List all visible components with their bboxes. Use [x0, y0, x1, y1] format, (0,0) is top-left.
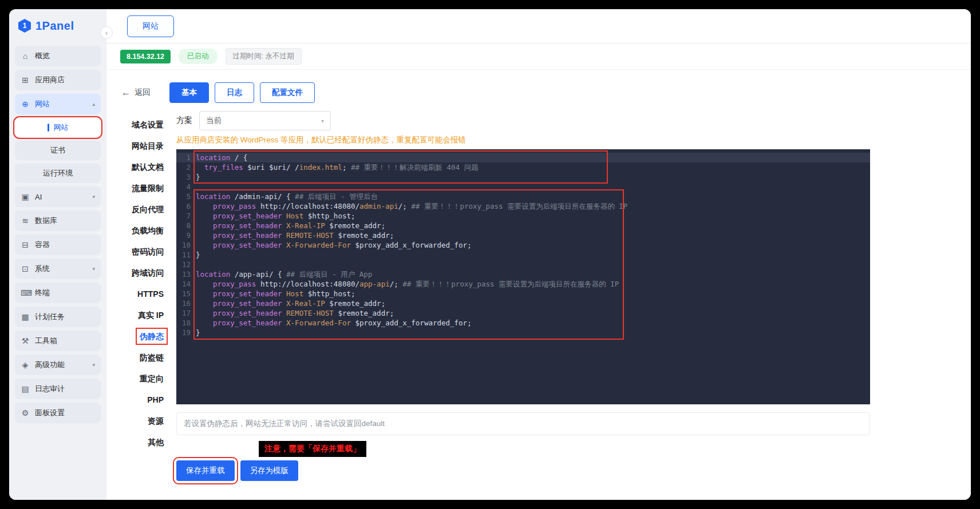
code-line [196, 260, 870, 269]
code-text [196, 163, 204, 172]
line-number: 12 [176, 260, 191, 269]
code-text: / { [230, 153, 247, 162]
submenu-item-10[interactable]: 伪静态 [121, 332, 164, 341]
terminal-icon: ⌨ [21, 288, 30, 297]
sidebar-item-label: 工具箱 [35, 336, 95, 346]
sidebar-item-cron[interactable]: ▦计划任务 [15, 307, 101, 327]
submenu-item-label: HTTPS [137, 289, 164, 299]
sidebar-item-terminal[interactable]: ⌨终端 [15, 283, 101, 303]
code-text [196, 212, 213, 220]
sidebar-collapse-button[interactable]: ‹ [100, 26, 113, 39]
save-as-template-button[interactable]: 另存为模版 [240, 460, 299, 481]
sidebar-item-advanced[interactable]: ◈高级功能▾ [15, 355, 101, 375]
submenu-item-13[interactable]: PHP [121, 395, 164, 404]
code-editor[interactable]: 12345678910111213141516171819 location /… [176, 149, 870, 404]
submenu-item-1[interactable]: 网站目录 [121, 141, 164, 150]
submenu-item-8[interactable]: HTTPS [121, 289, 164, 299]
code-line: proxy_set_header X-Real-IP $remote_addr; [196, 221, 870, 230]
submenu-item-label: 重定向 [140, 374, 164, 383]
submenu-item-5[interactable]: 负载均衡 [121, 226, 164, 235]
code-text: $proxy_add_x_forwarded_for; [351, 241, 472, 249]
sidebar-item-overview[interactable]: ⌂概览 [15, 46, 101, 66]
sidebar-subitem-runtime[interactable]: 运行环境 [15, 164, 101, 183]
code-text [282, 231, 287, 240]
code-comment: ## 后端项目 - 用户 App [286, 270, 372, 279]
view-tab-0[interactable]: 基本 [169, 82, 209, 103]
sidebar-item-settings[interactable]: ⚙面板设置 [15, 403, 101, 423]
code-text [282, 212, 287, 220]
code-text [196, 289, 213, 298]
view-tabs: 基本日志配置文件 [169, 82, 315, 103]
submenu-item-label: 跨域访问 [132, 268, 164, 277]
code-content: location / { try_files $uri $uri/ /index… [196, 153, 870, 404]
line-number: 10 [176, 240, 191, 250]
code-text: $proxy_add_x_forwarded_for; [351, 319, 472, 327]
sidebar-subitem-label: 网站 [54, 122, 69, 133]
sidebar-subitem-label: 运行环境 [43, 168, 73, 178]
view-tab-1[interactable]: 日志 [215, 82, 254, 103]
sidebar-item-website[interactable]: ⊕网站▴ [15, 94, 101, 114]
submenu-item-4[interactable]: 反向代理 [121, 205, 164, 214]
code-line: } [196, 250, 870, 260]
line-number: 16 [176, 299, 191, 308]
logo: 1 1Panel [9, 9, 106, 42]
submenu-item-7[interactable]: 跨域访问 [121, 268, 164, 277]
sidebar-item-audit[interactable]: ▤日志审计 [15, 379, 101, 399]
content-header: ← 返回 基本日志配置文件 [121, 82, 870, 103]
scheme-select[interactable]: 当前 ▾ [199, 111, 331, 130]
code-keyword: proxy_set_header [213, 299, 282, 308]
top-tab-website[interactable]: 网站 [127, 15, 174, 37]
back-arrow-icon: ← [121, 88, 131, 98]
sidebar-item-label: 终端 [35, 288, 95, 298]
sidebar-item-database[interactable]: ≋数据库 [15, 210, 101, 231]
sidebar-subitem-website-sub[interactable]: 网站 [15, 118, 101, 137]
submenu-item-3[interactable]: 流量限制 [121, 184, 164, 193]
code-text: $remote_addr; [325, 221, 385, 230]
logo-text: 1Panel [35, 19, 74, 33]
code-text [196, 299, 213, 308]
save-and-reload-button[interactable]: 保存并重载 [176, 460, 235, 481]
submenu-item-11[interactable]: 防盗链 [121, 353, 164, 362]
back-button[interactable]: ← 返回 [121, 88, 161, 98]
submenu-item-9[interactable]: 真实 IP [121, 311, 164, 320]
code-text: Host [286, 289, 303, 298]
submenu-item-0[interactable]: 域名设置 [121, 120, 164, 129]
submenu-item-14[interactable]: 资源 [121, 416, 164, 426]
line-number: 3 [176, 172, 191, 182]
code-line: location / { [196, 153, 870, 162]
line-number: 5 [176, 192, 191, 201]
code-keyword: try_files [204, 163, 243, 172]
rewrite-warning-text: 从应用商店安装的 WordPress 等应用，默认已经配置好伪静态，重复配置可能… [176, 135, 870, 145]
submenu-item-15[interactable]: 其他 [121, 438, 164, 447]
back-label: 返回 [135, 88, 151, 98]
sidebar-item-system[interactable]: ⊡系统▾ [15, 259, 101, 279]
line-number: 18 [176, 318, 191, 328]
submenu-item-12[interactable]: 重定向 [121, 374, 164, 383]
line-number: 7 [176, 211, 191, 221]
sidebar-item-app-store[interactable]: ⊞应用商店 [15, 70, 101, 90]
code-text [282, 309, 287, 317]
line-number: 9 [176, 230, 191, 240]
code-line: proxy_set_header REMOTE-HOST $remote_add… [196, 230, 870, 240]
submenu-item-6[interactable]: 密码访问 [121, 247, 164, 256]
code-text: index.html [299, 163, 342, 172]
site-status-row: 8.154.32.12 已启动 过期时间: 永不过期 [106, 43, 971, 70]
view-tab-2[interactable]: 配置文件 [260, 82, 315, 103]
code-text: http://localhost:48080/ [256, 202, 359, 210]
code-line [196, 182, 870, 192]
main-area: 网站 8.154.32.12 已启动 过期时间: 永不过期 ← 返回 基本日志配… [106, 9, 971, 500]
code-comment: ## 重要！！！proxy_pass 需要设置为后端项目所在服务器的 IP [411, 202, 627, 210]
submenu-item-label: 伪静态 [140, 332, 164, 341]
scheme-label: 方案 [176, 116, 192, 126]
sidebar-item-toolbox[interactable]: ⚒工具箱 [15, 331, 101, 351]
sidebar-item-container[interactable]: ⊟容器 [15, 234, 101, 255]
sidebar-item-label: 日志审计 [35, 384, 95, 394]
line-number: 11 [176, 250, 191, 260]
code-comment: ## 重要！！！解决前端刷新 404 问题 [351, 163, 479, 172]
sidebar-subitem-cert[interactable]: 证书 [15, 141, 101, 160]
sidebar-item-ai[interactable]: ▣AI▾ [15, 186, 101, 207]
collapse-icon: ‹ [105, 29, 108, 37]
submenu-item-2[interactable]: 默认文档 [121, 162, 164, 172]
chevron-down-icon: ▾ [92, 362, 95, 368]
code-text: $http_host; [303, 289, 355, 298]
